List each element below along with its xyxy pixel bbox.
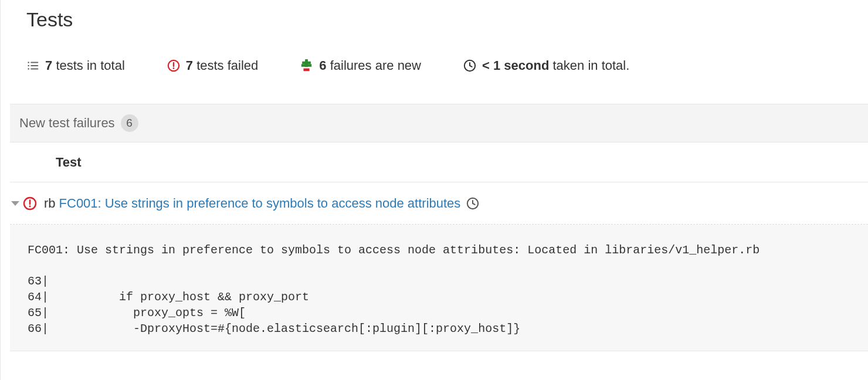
section-label: New test failures [19,116,115,131]
clock-icon [466,197,479,210]
code-line: 66| -DproxyHost=#{node.elasticsearch[:pl… [28,321,850,337]
test-row[interactable]: rb FC001: Use strings in preference to s… [10,182,868,225]
svg-point-0 [28,62,29,63]
code-line: 63| [28,273,850,289]
diff-icon [300,59,313,72]
summary-total: 7 tests in total [26,58,125,73]
summary-row: 7 tests in total 7 tests failed [26,58,868,73]
table-header: Test [10,142,868,182]
code-line: 64| if proxy_host && proxy_port [28,289,850,305]
alert-circle-icon [23,196,37,211]
caret-down-icon[interactable] [11,201,19,206]
list-icon [26,59,39,72]
test-prefix: rb [44,196,56,211]
summary-time-text: < 1 second taken in total. [482,58,629,73]
summary-failed-text: 7 tests failed [186,58,259,73]
clock-icon [463,59,476,72]
code-line: 65| proxy_opts = %W[ [28,305,850,321]
svg-rect-13 [304,69,310,72]
summary-new-text: 6 failures are new [319,58,421,73]
summary-time: < 1 second taken in total. [463,58,629,73]
test-link[interactable]: FC001: Use strings in preference to symb… [59,196,461,211]
svg-point-1 [28,65,29,67]
summary-total-text: 7 tests in total [45,58,125,73]
code-header: FC001: Use strings in preference to symb… [28,242,850,258]
svg-point-8 [172,67,174,69]
page-title: Tests [26,0,868,31]
section-header-new-failures[interactable]: New test failures 6 [10,104,868,142]
code-panel: FC001: Use strings in preference to symb… [10,225,868,351]
svg-point-2 [28,68,29,70]
alert-circle-icon [167,59,180,72]
svg-point-17 [29,205,31,207]
summary-failed: 7 tests failed [167,58,259,73]
column-test: Test [56,155,82,170]
section-badge: 6 [121,114,138,132]
summary-new: 6 failures are new [300,58,421,73]
